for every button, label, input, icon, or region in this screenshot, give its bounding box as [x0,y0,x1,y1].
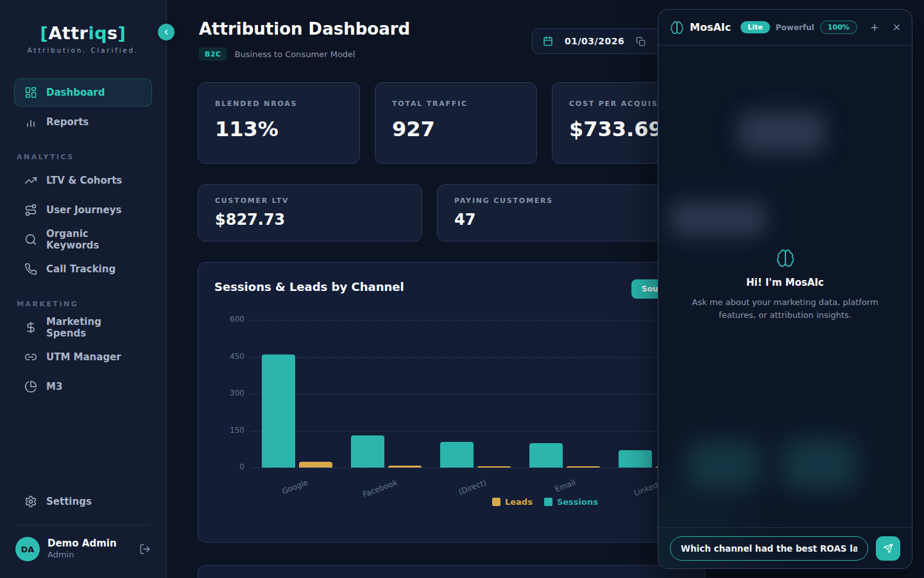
dashboard-icon [24,86,37,99]
bar-sessions-linkedin [619,450,652,468]
legend-swatch [544,498,552,506]
chart-gridline [251,468,692,468]
chat-input[interactable] [670,536,868,561]
bar-sessions-direct [440,442,474,468]
date-value: 01/03/2026 [565,36,624,46]
gear-icon [24,495,37,508]
next-card-partial [198,565,705,578]
tier-lite-badge[interactable]: Lite [740,21,770,33]
stat-card-total-traffic: TOTAL TRAFFIC927 [375,82,537,164]
bar-leads-google [299,462,332,468]
chart-y-tick: 450 [216,352,244,361]
brain-icon [670,21,684,35]
logo-part-3: s [107,23,118,43]
sidebar-item-user-journeys[interactable]: User Journeys [14,196,152,224]
chart-gridline [251,357,692,358]
blurred-chip-2 [782,439,857,490]
chart-x-label: Google [256,478,309,505]
user-name: Demo Admin [47,538,117,550]
sidebar-item-label: User Journeys [46,204,121,216]
phone-icon [24,263,37,276]
sidebar-item-reports[interactable]: Reports [14,108,152,136]
sidebar: [Attriqs] Attribution. Clarified. Dashbo… [0,0,167,578]
sidebar-item-label: Dashboard [46,87,105,98]
logout-icon[interactable] [139,543,151,555]
legend-item-sessions: Sessions [544,497,598,507]
legend-item-leads: Leads [492,497,533,507]
chart-x-label: Facebook [345,478,398,505]
stat-label: PAYING CUSTOMERS [454,197,644,205]
bar-sessions-google [262,355,295,468]
blurred-message-1 [739,111,825,153]
sidebar-bottom: Settings DA Demo Admin Admin [0,486,166,578]
sessions-leads-chart-card: Sessions & Leads by Channel Source 01503… [198,262,705,543]
logo-bracket-left: [ [40,23,49,43]
sidebar-collapse-button[interactable] [158,24,175,40]
logo-bracket-right: ] [118,23,126,43]
nav-main: DashboardReports [0,78,166,136]
search-icon [24,233,37,246]
page-title: Attribution Dashboard [199,19,410,39]
sidebar-item-label: Marketing Spends [46,316,142,339]
chart-y-tick: 600 [216,315,244,324]
sidebar-item-label: Call Tracking [46,263,116,275]
chart-y-tick: 150 [216,426,244,435]
link-icon [24,351,37,363]
sidebar-item-ltv-cohorts[interactable]: LTV & Cohorts [14,166,152,195]
stats-row-2: CUSTOMER LTV$827.73PAYING CUSTOMERS47 [198,184,662,241]
stat-label: CUSTOMER LTV [215,197,405,205]
stat-value: 113% [215,117,343,141]
model-badge-row: B2C Business to Consumer Model [199,48,355,61]
nav-marketing: Marketing SpendsUTM ManagerM3 [0,313,166,401]
close-icon[interactable] [892,22,902,33]
sidebar-item-settings[interactable]: Settings [14,487,152,516]
copy-date-icon[interactable] [636,37,646,46]
user-meta: Demo Admin Admin [47,538,117,561]
mosaic-chat-panel: MosAIc Lite Powerful 100% Hi! I'm MosAIc… [658,9,912,569]
chart-title: Sessions & Leads by Channel [214,280,404,293]
bar-leads-facebook [388,466,422,468]
logo-part-2: iq [88,23,107,43]
sidebar-item-m3[interactable]: M3 [14,372,152,401]
brand-name: [Attriqs] [0,23,166,43]
brain-icon-large [776,249,795,268]
send-button[interactable] [876,536,900,561]
brand-logo: [Attriqs] Attribution. Clarified. [0,0,166,54]
chat-greeting: Hi! I'm MosAIc [658,277,912,288]
send-icon [883,543,893,554]
legend-swatch [492,498,501,506]
chart-legend: LeadsSessions [492,497,598,507]
nav-analytics: LTV & CohortsUser JourneysOrganic Keywor… [0,166,166,283]
blurred-message-2 [670,201,766,237]
sidebar-item-organic-keywords[interactable]: Organic Keywords [14,225,152,254]
bar-sessions-email [529,443,563,468]
chart-y-tick: 0 [216,462,244,471]
user-role: Admin [47,550,117,561]
model-badge: B2C [199,48,227,61]
route-icon [24,204,37,216]
chevron-left-icon [162,28,170,36]
chat-title: MosAIc [690,21,731,33]
chat-empty-state: Hi! I'm MosAIc Ask me about your marketi… [658,249,912,321]
bar-leads-direct [477,466,511,468]
chart-gridline [251,320,692,320]
sidebar-item-marketing-spends[interactable]: Marketing Spends [14,313,152,342]
usage-badge: 100% [820,21,857,34]
stat-value: 927 [392,117,520,141]
bar-leads-email [567,466,600,468]
stat-label: BLENDED NROAS [215,100,343,108]
tier-powerful-toggle[interactable]: Powerful [776,23,814,32]
chart-x-label: (Direct) [434,478,488,505]
sidebar-item-call-tracking[interactable]: Call Tracking [14,255,152,283]
reports-icon [24,116,37,128]
section-label-marketing: MARKETING [17,300,166,308]
avatar: DA [15,537,40,561]
sidebar-item-dashboard[interactable]: Dashboard [14,78,152,107]
sidebar-item-label: UTM Manager [46,351,121,363]
sidebar-item-label: M3 [46,381,62,392]
stat-card-blended-nroas: BLENDED NROAS113% [198,82,360,164]
brand-tagline: Attribution. Clarified. [0,47,166,54]
sidebar-item-utm-manager[interactable]: UTM Manager [14,343,152,371]
new-chat-icon[interactable] [869,22,880,33]
trending-up-icon [24,174,37,187]
